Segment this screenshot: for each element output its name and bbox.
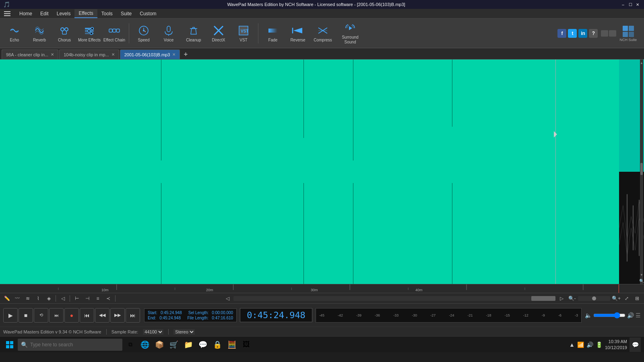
scroll-right[interactable]: ▷	[557, 294, 566, 302]
task-view-icon[interactable]: ⧉	[124, 338, 137, 351]
echo-button[interactable]: Echo	[2, 21, 27, 46]
zoom-slider[interactable]	[578, 296, 610, 301]
network-tray-icon[interactable]: ▲	[569, 341, 575, 348]
taskbar-photo-icon[interactable]: 🖼	[240, 338, 253, 351]
close-button[interactable]: ✕	[634, 1, 641, 8]
tab-104b-close[interactable]: ✕	[111, 52, 115, 57]
linkedin-icon[interactable]: in	[578, 29, 587, 38]
voice-button[interactable]: Voice	[157, 21, 181, 46]
fade-button[interactable]: Fade	[261, 21, 285, 46]
reverb-button[interactable]: Reverb	[27, 21, 52, 46]
next-button[interactable]: ⏭	[126, 308, 140, 323]
windows-start-button[interactable]	[3, 338, 16, 351]
cleanup-icon	[187, 24, 200, 37]
effect-chain-button[interactable]: Effect Chain	[102, 21, 126, 46]
menu-home[interactable]: Home	[15, 9, 36, 18]
prev-button[interactable]: ⏮	[80, 308, 94, 323]
tab-104b[interactable]: 104b-noisy clip in mp... ✕	[59, 49, 119, 59]
channels-select[interactable]: Stereo Mono	[173, 329, 195, 335]
cleanup-button[interactable]: Cleanup	[182, 21, 206, 46]
volume-slider[interactable]	[593, 312, 625, 319]
chorus-label: Chorus	[58, 38, 71, 43]
chorus-button[interactable]: Chorus	[52, 21, 76, 46]
select-tool[interactable]: 〰	[13, 294, 22, 302]
zoom-out-btn[interactable]: 🔍-	[568, 294, 576, 302]
menu-levels[interactable]: Levels	[53, 9, 75, 18]
hscroll-bar[interactable]	[233, 296, 555, 301]
record-button[interactable]: ●	[64, 308, 79, 323]
compress-button[interactable]: Compress	[311, 21, 335, 46]
directx-button[interactable]: DirectX	[206, 21, 231, 46]
scroll-thumb[interactable]	[640, 163, 643, 175]
search-box[interactable]: 🔍	[18, 339, 122, 351]
view-icon[interactable]	[609, 30, 616, 37]
stop-button[interactable]: ■	[19, 308, 33, 323]
speed-button[interactable]: Speed	[132, 21, 156, 46]
tab-2001[interactable]: 2001-05-06(103)B.mp3 ✕	[120, 49, 180, 59]
menu-suite[interactable]: Suite	[117, 9, 136, 18]
surround-sound-button[interactable]: Surround Sound	[336, 21, 365, 46]
wifi-icon[interactable]: 📶	[577, 341, 584, 348]
sample-rate-value: 44100 48000	[143, 329, 163, 335]
scroll-up[interactable]: ▲	[640, 61, 643, 65]
search-input[interactable]	[30, 342, 119, 348]
play-button[interactable]: ▶	[3, 308, 18, 323]
taskbar-security-icon[interactable]: 🔒	[211, 338, 224, 351]
zoom-in-btn[interactable]: 🔍+	[612, 294, 621, 302]
rewind-button[interactable]: ◀◀	[95, 308, 109, 323]
add-tab-button[interactable]: +	[181, 49, 190, 59]
playhead	[555, 60, 556, 284]
facebook-icon[interactable]: f	[557, 29, 566, 38]
taskbar-calc-icon[interactable]: 🧮	[225, 338, 238, 351]
taskbar-folder-icon[interactable]: 📁	[182, 338, 195, 351]
taskbar-store-icon[interactable]: 🛒	[167, 338, 180, 351]
scroll-down[interactable]: ▼	[640, 273, 643, 277]
notification-button[interactable]: 💬	[630, 337, 641, 352]
marker-tool[interactable]: ◈	[44, 294, 53, 302]
help-icon[interactable]: ?	[589, 29, 598, 38]
battery-icon[interactable]: 🔋	[596, 341, 603, 348]
menu-tools[interactable]: Tools	[97, 9, 117, 18]
align-justify-button[interactable]: ≺	[104, 294, 113, 302]
menu-edit[interactable]: Edit	[36, 9, 53, 18]
fit-view-btn[interactable]: ⤢	[622, 294, 631, 302]
settings-icon[interactable]	[601, 30, 608, 37]
twitter-icon[interactable]: t	[568, 29, 577, 38]
sample-rate-select[interactable]: 44100 48000	[143, 329, 163, 335]
maximize-button[interactable]: ☐	[627, 1, 634, 8]
minimize-button[interactable]: –	[620, 1, 626, 8]
system-clock[interactable]: 10:39 AM 10/12/2019	[605, 339, 627, 350]
menu-custom[interactable]: Custom	[136, 9, 160, 18]
tab-2001-close[interactable]: ✕	[172, 52, 175, 57]
svg-rect-30	[629, 32, 634, 37]
align-right-button[interactable]: ≡	[93, 294, 102, 302]
more-effects-button[interactable]: More Effects	[77, 21, 101, 46]
noise-tool[interactable]: ⌇	[34, 294, 43, 302]
menu-effects[interactable]: Effects	[74, 9, 97, 18]
waveform-tool[interactable]: ≋	[23, 294, 32, 302]
taskbar-explorer-icon[interactable]: 🌐	[138, 338, 151, 351]
taskbar-mail-icon[interactable]: 💬	[196, 338, 209, 351]
toolbar-sep-1	[129, 23, 129, 43]
expand-btn[interactable]: ⊞	[633, 294, 642, 302]
nch-suite-button[interactable]: NCH Suite	[618, 23, 638, 43]
tab-98a-close[interactable]: ✕	[51, 52, 54, 57]
pencil-tool[interactable]: ✏️	[2, 294, 11, 302]
reverse-button[interactable]: Reverse	[286, 21, 310, 46]
waveform-display[interactable]	[0, 60, 619, 284]
hamburger-menu[interactable]	[2, 9, 13, 18]
taskbar-edge-icon[interactable]: 📦	[153, 338, 166, 351]
align-left-button[interactable]: ⊢	[72, 294, 81, 302]
effect-chain-icon	[108, 24, 121, 37]
back-button[interactable]: ◁	[58, 294, 67, 302]
zoom-icon[interactable]: 🔍	[638, 278, 644, 284]
scroll-left[interactable]: ◁	[223, 294, 232, 302]
cleanup-label: Cleanup	[186, 38, 201, 43]
forward-button[interactable]: ▶▶	[110, 308, 125, 323]
skip-to-end-button[interactable]: ⏭	[49, 308, 64, 323]
vst-button[interactable]: VST VST	[231, 21, 256, 46]
tab-98a[interactable]: 98A - cleaner clip in... ✕	[2, 49, 58, 59]
sound-tray-icon[interactable]: 🔊	[586, 341, 593, 348]
align-center-button[interactable]: ⊣	[83, 294, 92, 302]
loop-button[interactable]: ⟲	[34, 308, 48, 323]
